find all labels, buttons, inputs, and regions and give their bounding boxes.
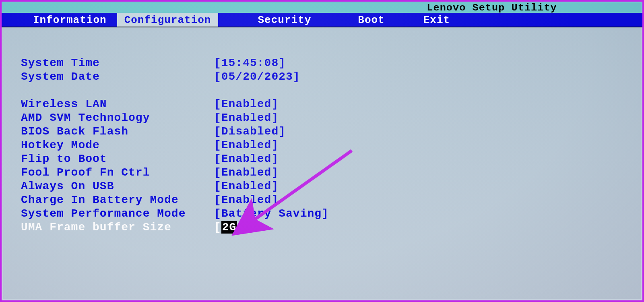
- row-system-performance-mode[interactable]: System Performance Mode [Battery Saving]: [21, 207, 626, 221]
- label-uma-frame-buffer-size: UMA Frame buffer Size: [21, 221, 214, 234]
- app-title: Lenovo Setup Utility: [427, 2, 557, 14]
- tab-security[interactable]: Security: [250, 13, 318, 27]
- label-wireless-lan: Wireless LAN: [21, 97, 214, 111]
- label-system-performance-mode: System Performance Mode: [21, 207, 214, 221]
- tab-information[interactable]: Information: [26, 13, 114, 27]
- row-amd-svm[interactable]: AMD SVM Technology [Enabled]: [21, 111, 626, 125]
- label-system-time: System Time: [21, 56, 214, 70]
- value-system-performance-mode[interactable]: [Battery Saving]: [214, 207, 329, 221]
- value-hotkey-mode[interactable]: [Enabled]: [214, 139, 279, 152]
- value-uma-frame-buffer-size[interactable]: [2G]: [214, 221, 244, 234]
- value-system-date[interactable]: [05/20/2023]: [214, 70, 300, 84]
- row-system-date[interactable]: System Date [05/20/2023]: [21, 70, 626, 84]
- row-flip-to-boot[interactable]: Flip to Boot [Enabled]: [21, 152, 626, 166]
- label-fool-proof-fn: Fool Proof Fn Ctrl: [21, 166, 214, 180]
- row-hotkey-mode[interactable]: Hotkey Mode [Enabled]: [21, 139, 626, 152]
- label-system-date: System Date: [21, 70, 214, 84]
- tab-boot[interactable]: Boot: [351, 13, 392, 27]
- label-hotkey-mode: Hotkey Mode: [21, 139, 214, 152]
- label-flip-to-boot: Flip to Boot: [21, 152, 214, 166]
- value-uma-inner: 2G: [221, 221, 237, 234]
- value-charge-in-battery[interactable]: [Enabled]: [214, 193, 279, 207]
- label-always-on-usb: Always On USB: [21, 180, 214, 193]
- row-charge-in-battery[interactable]: Charge In Battery Mode [Enabled]: [21, 193, 626, 207]
- value-always-on-usb[interactable]: [Enabled]: [214, 180, 279, 193]
- value-bios-back-flash[interactable]: [Disabled]: [214, 125, 286, 139]
- row-wireless-lan[interactable]: Wireless LAN [Enabled]: [21, 97, 626, 111]
- row-fool-proof-fn[interactable]: Fool Proof Fn Ctrl [Enabled]: [21, 166, 626, 180]
- label-bios-back-flash: BIOS Back Flash: [21, 125, 214, 139]
- value-wireless-lan[interactable]: [Enabled]: [214, 97, 279, 111]
- row-uma-frame-buffer-size[interactable]: UMA Frame buffer Size [2G]: [21, 221, 626, 234]
- config-panel: System Time [15:45:08] System Date [05/2…: [2, 27, 642, 300]
- tab-configuration[interactable]: Configuration: [117, 13, 219, 27]
- value-amd-svm[interactable]: [Enabled]: [214, 111, 279, 125]
- tab-row: Information Configuration Security Boot …: [2, 13, 642, 27]
- value-system-time[interactable]: [15:45:08]: [214, 56, 286, 70]
- row-bios-back-flash[interactable]: BIOS Back Flash [Disabled]: [21, 125, 626, 139]
- tab-exit[interactable]: Exit: [416, 13, 457, 27]
- title-bar: Lenovo Setup Utility: [2, 2, 642, 13]
- row-always-on-usb[interactable]: Always On USB [Enabled]: [21, 180, 626, 193]
- value-flip-to-boot[interactable]: [Enabled]: [214, 152, 279, 166]
- label-charge-in-battery: Charge In Battery Mode: [21, 193, 214, 207]
- value-fool-proof-fn[interactable]: [Enabled]: [214, 166, 279, 180]
- row-system-time[interactable]: System Time [15:45:08]: [21, 56, 626, 70]
- label-amd-svm: AMD SVM Technology: [21, 111, 214, 125]
